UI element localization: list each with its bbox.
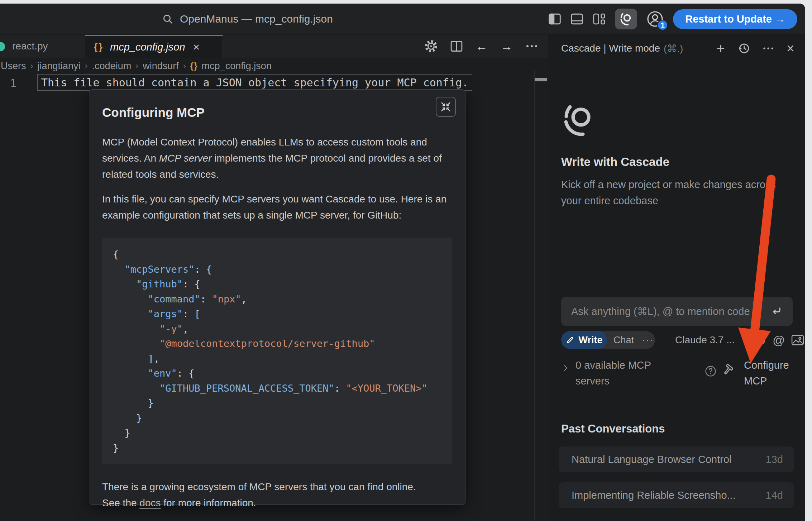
at-mention-icon[interactable]: @	[773, 333, 785, 347]
breadcrumb-file[interactable]: mcp_config.json	[202, 61, 272, 72]
breadcrumb-item[interactable]: Users	[1, 61, 26, 72]
code-line: {	[113, 247, 441, 262]
breadcrumb-separator-icon: ›	[30, 61, 33, 71]
close-tab-icon[interactable]: ×	[193, 41, 200, 53]
code-line: "args": [	[113, 306, 441, 321]
app-window: OpenManus — mcp_config.json 1 Restart to…	[0, 4, 805, 521]
toggle-sidebar-icon[interactable]	[548, 13, 561, 25]
json-file-icon: {}	[94, 42, 104, 53]
cascade-logo-icon	[561, 103, 595, 137]
conversation-age: 13d	[766, 454, 783, 465]
editor-scrollbar-thumb[interactable]	[535, 78, 547, 81]
code-line: "command": "npx",	[113, 292, 441, 307]
settings-gear-icon[interactable]	[425, 40, 438, 53]
tab-mcp-config-json[interactable]: {} mcp_config.json ×	[85, 35, 223, 58]
configure-mcp-button[interactable]: ConfigureMCP	[704, 357, 789, 389]
mode-toggle-group: Write Chat ···	[561, 331, 655, 349]
python-file-icon	[0, 42, 5, 51]
submit-return-icon[interactable]	[770, 306, 783, 317]
code-line: }	[113, 425, 441, 440]
code-line: "github": {	[113, 277, 441, 292]
history-icon[interactable]	[738, 42, 750, 54]
model-chevron-up-icon[interactable]	[740, 335, 751, 345]
pencil-icon	[565, 335, 575, 345]
past-conversations-title: Past Conversations	[561, 422, 665, 435]
restart-to-update-button[interactable]: Restart to Update →	[673, 9, 797, 29]
breadcrumb-item[interactable]: .codeium	[92, 61, 132, 72]
panel-more-icon[interactable]	[763, 47, 774, 50]
code-line: "GITHUB_PERSONAL_ACCESS_TOKEN": "<YOUR_T…	[113, 381, 441, 396]
hero-title: Write with Cascade	[561, 155, 669, 169]
code-line: }	[113, 411, 441, 426]
breadcrumb-item[interactable]: windsurf	[143, 61, 179, 72]
popup-paragraph-1: MCP (Model Context Protocol) enables LLM…	[102, 134, 452, 182]
editor-scrollbar-track	[534, 71, 535, 521]
help-icon[interactable]	[704, 365, 717, 389]
titlebar-actions: 1 Restart to Update →	[548, 4, 797, 34]
popup-title: Configuring MCP	[102, 105, 452, 120]
cascade-panel-header: Cascade | Write mode (⌘.) + ×	[561, 39, 794, 58]
code-line: "@modelcontextprotocol/server-github"	[113, 336, 441, 351]
collapse-icon	[440, 101, 451, 112]
popup-paragraph-2: In this file, you can specify MCP server…	[102, 191, 452, 223]
tab-react-py[interactable]: react.py	[0, 35, 85, 58]
conversation-item[interactable]: Natural Language Browser Control13d	[559, 446, 794, 472]
docs-link[interactable]: docs	[139, 497, 161, 508]
mode-toggle-row: Write Chat ··· Claude 3.7 ... @	[561, 331, 794, 349]
account-button[interactable]: 1	[646, 10, 664, 28]
hero-subtitle: Kick off a new project or make changes a…	[561, 177, 776, 209]
mcp-servers-expander[interactable]: 0 available MCPservers	[561, 357, 651, 389]
notification-badge: 1	[657, 20, 668, 30]
customize-layout-icon[interactable]	[593, 13, 606, 25]
ask-anything-input[interactable]	[571, 306, 770, 317]
toggle-panel-icon[interactable]	[570, 13, 583, 25]
mcp-config-code-block: { "mcpServers": { "github": { "command":…	[102, 238, 452, 464]
close-panel-icon[interactable]: ×	[787, 42, 794, 55]
line-number: 1	[10, 77, 16, 90]
new-conversation-icon[interactable]: +	[716, 41, 725, 56]
editor-actions: ← →	[425, 35, 538, 58]
breadcrumb-separator-icon: ›	[135, 61, 138, 71]
more-actions-icon[interactable]	[526, 44, 538, 48]
past-conversations-list: Natural Language Browser Control13dImple…	[559, 446, 794, 518]
windsurf-menu-button[interactable]	[615, 9, 637, 29]
breadcrumb-item[interactable]: jiangtianyi	[38, 61, 81, 72]
breadcrumb: Users›jiangtianyi›.codeium›windsurf›{}mc…	[1, 58, 272, 74]
hammer-icon	[722, 363, 735, 389]
tab-bar: react.py {} mcp_config.json × ← →	[0, 35, 548, 58]
conversation-item[interactable]: Implementing Reliable Screensho...14d	[559, 482, 794, 508]
titlebar: OpenManus — mcp_config.json 1 Restart to…	[0, 4, 805, 34]
navigate-forward-icon[interactable]: →	[501, 39, 513, 53]
configuring-mcp-popup: Configuring MCP MCP (Model Context Proto…	[89, 89, 465, 505]
web-search-icon[interactable]	[755, 334, 766, 346]
chat-mode-button[interactable]: Chat	[613, 335, 634, 346]
json-file-icon: {}	[190, 61, 198, 71]
code-line: "-y",	[113, 321, 441, 336]
write-mode-button[interactable]: Write	[561, 331, 607, 349]
cascade-input-box	[561, 297, 793, 326]
breadcrumb-separator-icon: ›	[183, 61, 186, 71]
mcp-servers-row: 0 available MCPservers ConfigureMCP	[561, 357, 794, 392]
collapse-popup-button[interactable]	[436, 97, 456, 117]
conversation-age: 14d	[766, 489, 783, 501]
chevron-right-icon	[561, 364, 570, 389]
windsurf-logo-icon	[619, 12, 633, 26]
code-line: "mcpServers": {	[113, 262, 441, 277]
conversation-title: Natural Language Browser Control	[572, 454, 732, 465]
model-selector[interactable]: Claude 3.7 ...	[675, 334, 735, 346]
split-editor-icon[interactable]	[450, 40, 463, 52]
editor-line-1[interactable]: This file should contain a JSON object s…	[37, 74, 472, 91]
attach-image-icon[interactable]	[791, 334, 804, 346]
window-title: OpenManus — mcp_config.json	[180, 13, 333, 25]
cascade-mode-shortcut: (⌘.)	[664, 43, 683, 54]
navigate-back-icon[interactable]: ←	[476, 39, 488, 53]
command-center[interactable]: OpenManus — mcp_config.json	[162, 4, 333, 34]
search-icon	[162, 13, 173, 25]
code-line: }	[113, 440, 441, 455]
mode-more-icon[interactable]: ···	[642, 335, 654, 346]
cascade-mode-title: Cascade | Write mode	[561, 43, 660, 54]
code-line: }	[113, 396, 441, 411]
breadcrumb-separator-icon: ›	[85, 61, 88, 71]
code-line: ],	[113, 351, 441, 366]
code-line: "env": {	[113, 366, 441, 381]
